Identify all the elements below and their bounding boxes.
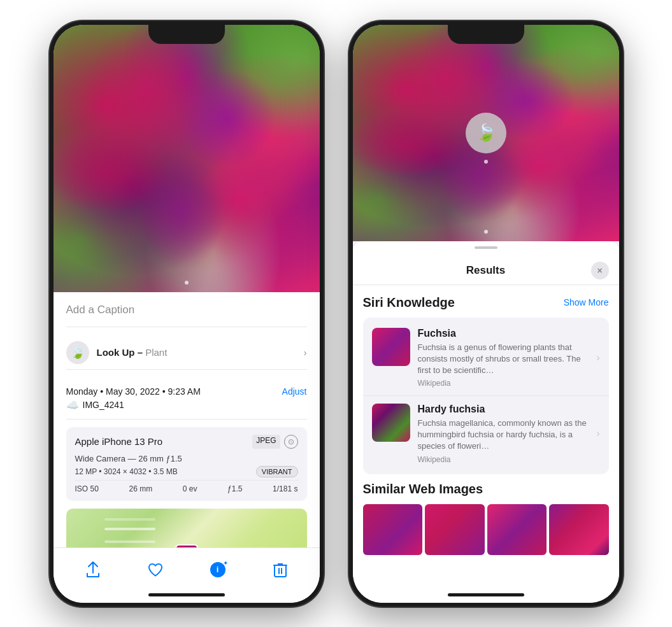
left-phone: Add a Caption 🍃 Look Up – Plant › Monday…	[50, 21, 324, 607]
results-title: Results	[381, 264, 591, 277]
knowledge-item-hardy[interactable]: Hardy fuchsia Fuchsia magellanica, commo…	[363, 395, 609, 472]
aperture-value: ƒ1.5	[227, 484, 242, 493]
camera-info: Wide Camera — 26 mm ƒ1.5	[75, 454, 298, 463]
notch-right	[448, 25, 524, 44]
knowledge-card: Fuchsia Fuchsia is a genus of flowering …	[363, 318, 609, 474]
results-photo-dot	[484, 230, 488, 234]
results-photo-area: 🍃	[353, 25, 619, 241]
fuchsia-source: Wikipedia	[418, 379, 589, 388]
lookup-chevron-icon: ›	[304, 348, 307, 358]
similar-image-2[interactable]	[425, 504, 485, 555]
left-screen: Add a Caption 🍃 Look Up – Plant › Monday…	[54, 25, 320, 603]
fuchsia-text: Fuchsia Fuchsia is a genus of flowering …	[418, 328, 589, 388]
fuchsia-chevron-icon: ›	[596, 352, 599, 363]
date-text: Monday • May 30, 2022 • 9:23 AM	[66, 386, 201, 397]
knowledge-item-fuchsia[interactable]: Fuchsia Fuchsia is a genus of flowering …	[363, 320, 609, 396]
home-indicator	[148, 593, 225, 596]
home-indicator-right	[448, 593, 524, 596]
photo-dot-indicator	[185, 281, 189, 285]
right-phone: 🍃 Results × S	[349, 21, 623, 607]
iso-value: ISO 50	[75, 484, 99, 493]
info-button[interactable]: i ✦	[204, 556, 232, 584]
siri-knowledge-title: Siri Knowledge	[363, 295, 455, 310]
cloud-icon: ☁️	[66, 399, 79, 411]
favorite-button[interactable]	[141, 556, 169, 584]
close-button[interactable]: ×	[591, 262, 609, 279]
map-preview[interactable]	[66, 509, 307, 547]
focal-value: 26 mm	[129, 484, 152, 493]
hardy-chevron-icon: ›	[596, 428, 599, 439]
device-name: Apple iPhone 13 Pro	[75, 436, 163, 447]
svg-rect-0	[275, 565, 286, 577]
siri-visual-look-up-icon: 🍃	[66, 341, 89, 364]
notch	[148, 25, 225, 44]
exif-row: ISO 50 26 mm 0 ev ƒ1.5 1/181 s	[75, 480, 298, 493]
similar-image-3[interactable]	[487, 504, 547, 555]
delete-button[interactable]	[266, 556, 294, 584]
format-badge: JPEG	[252, 435, 280, 449]
spec-row: 12 MP • 3024 × 4032 • 3.5 MB VIBRANT	[75, 466, 298, 477]
specs-text: 12 MP • 3024 × 4032 • 3.5 MB	[75, 467, 178, 476]
lookup-label: Look Up –	[97, 347, 143, 358]
vibrant-badge: VIBRANT	[256, 466, 298, 477]
info-panel[interactable]: Add a Caption 🍃 Look Up – Plant › Monday…	[54, 292, 320, 547]
siri-dot	[484, 160, 488, 164]
photo-area[interactable]	[54, 25, 320, 292]
right-screen: 🍃 Results × S	[353, 25, 619, 603]
fuchsia-thumbnail	[372, 328, 410, 366]
fuchsia-description: Fuchsia is a genus of flowering plants t…	[418, 342, 589, 377]
siri-knowledge-header: Siri Knowledge Show More	[363, 295, 609, 310]
lookup-row[interactable]: 🍃 Look Up – Plant ›	[66, 336, 307, 370]
lookup-subject: Plant	[143, 347, 167, 358]
share-button[interactable]	[79, 556, 107, 584]
drag-handle[interactable]	[475, 246, 497, 249]
results-panel: Results × Siri Knowledge Show More	[353, 241, 619, 603]
results-content: Siri Knowledge Show More Fuchsia	[353, 285, 619, 565]
hardy-text: Hardy fuchsia Fuchsia magellanica, commo…	[418, 404, 589, 464]
hardy-title: Hardy fuchsia	[418, 404, 589, 415]
similar-web-title: Similar Web Images	[363, 482, 609, 497]
similar-image-1[interactable]	[363, 504, 423, 555]
meta-section: Monday • May 30, 2022 • 9:23 AM Adjust ☁…	[66, 379, 307, 419]
settings-icon: ⊙	[284, 435, 298, 449]
siri-badge: 🍃	[466, 113, 506, 153]
results-header: Results ×	[353, 254, 619, 285]
hardy-thumbnail	[372, 404, 410, 442]
shutter-value: 1/181 s	[273, 484, 297, 493]
siri-leaf-icon: 🍃	[476, 123, 496, 143]
similar-images-row	[363, 504, 609, 555]
device-badges: JPEG ⊙	[252, 435, 297, 449]
similar-image-4[interactable]	[549, 504, 609, 555]
hardy-description: Fuchsia magellanica, commonly known as t…	[418, 418, 589, 453]
show-more-button[interactable]: Show More	[564, 297, 609, 307]
hardy-source: Wikipedia	[418, 455, 589, 464]
flower-image	[54, 25, 320, 292]
map-photo-thumb	[175, 544, 198, 547]
close-label: ×	[597, 265, 602, 276]
adjust-button[interactable]: Adjust	[282, 386, 307, 397]
lookup-text: Look Up – Plant	[97, 347, 168, 358]
ev-value: 0 ev	[183, 484, 197, 493]
sparkle-icon: ✦	[223, 560, 228, 567]
caption-field[interactable]: Add a Caption	[66, 302, 307, 327]
device-section: Apple iPhone 13 Pro JPEG ⊙ Wide Camera —…	[66, 427, 307, 501]
filename-text: IMG_4241	[83, 400, 124, 410]
fuchsia-title: Fuchsia	[418, 328, 589, 339]
